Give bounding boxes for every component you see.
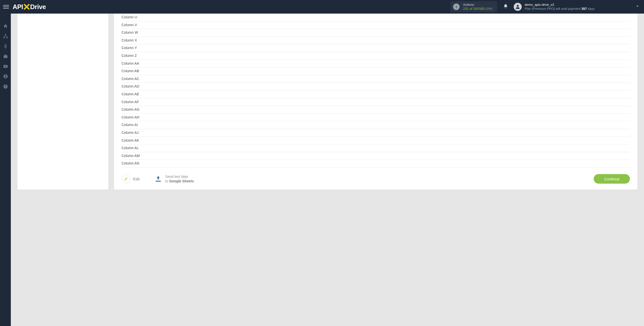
nav-help[interactable] bbox=[0, 82, 11, 92]
help-icon bbox=[3, 84, 8, 89]
logo-x-icon bbox=[23, 4, 30, 10]
user-name: demo_apix-drive_s3 bbox=[525, 3, 595, 7]
column-row[interactable]: Column X bbox=[122, 37, 630, 45]
main-area: Column UColumn VColumn WColumn XColumn Y… bbox=[11, 14, 644, 326]
actions-total: 100'000 bbox=[473, 7, 485, 11]
actions-text: Actions: 231 of 100'000 (0%) bbox=[463, 3, 493, 11]
user-text: demo_apix-drive_s3 Plan |Premium PRO| le… bbox=[525, 3, 595, 11]
avatar-icon bbox=[514, 3, 522, 11]
left-panel bbox=[17, 14, 108, 190]
nav-account[interactable] bbox=[0, 71, 11, 82]
chevron-down-icon bbox=[635, 4, 639, 9]
logo-text-drive: Drive bbox=[30, 3, 46, 11]
panel-footer: Edit Send test data to Google Sheets Con… bbox=[114, 170, 637, 190]
edit-button[interactable]: Edit bbox=[122, 174, 140, 183]
send-line2: to Google Sheets bbox=[165, 179, 194, 183]
pencil-icon bbox=[122, 174, 131, 183]
column-row[interactable]: Column AI bbox=[122, 121, 630, 129]
column-row[interactable]: Column U bbox=[122, 14, 630, 21]
svg-point-9 bbox=[5, 75, 6, 76]
column-row[interactable]: Column AF bbox=[122, 98, 630, 106]
nav-youtube[interactable] bbox=[0, 61, 11, 71]
column-row[interactable]: Column AO bbox=[122, 168, 630, 170]
column-row[interactable]: Column AB bbox=[122, 67, 630, 75]
column-row[interactable]: Column AL bbox=[122, 144, 630, 152]
edit-label: Edit bbox=[133, 177, 140, 181]
column-row[interactable]: Column AE bbox=[122, 91, 630, 98]
actions-pct: (0%) bbox=[486, 7, 492, 11]
actions-counter[interactable]: Actions: 231 of 100'000 (0%) bbox=[451, 1, 497, 13]
column-row[interactable]: Column V bbox=[122, 21, 630, 29]
column-row[interactable]: Column AA bbox=[122, 60, 630, 68]
send-line1: Send test data bbox=[165, 174, 194, 179]
hamburger-menu-button[interactable] bbox=[3, 4, 9, 10]
svg-point-11 bbox=[5, 87, 6, 88]
dollar-icon bbox=[3, 44, 8, 49]
column-row[interactable]: Column Y bbox=[122, 44, 630, 52]
nav-briefcase[interactable] bbox=[0, 51, 11, 61]
continue-button[interactable]: Continue bbox=[594, 174, 630, 184]
youtube-icon bbox=[3, 64, 8, 69]
user-menu[interactable]: demo_apix-drive_s3 Plan |Premium PRO| le… bbox=[514, 3, 641, 11]
column-row[interactable]: Column AK bbox=[122, 137, 630, 145]
send-test-data-button[interactable]: Send test data to Google Sheets bbox=[154, 174, 194, 183]
info-icon bbox=[453, 4, 460, 10]
actions-label: Actions: bbox=[463, 3, 493, 7]
column-row[interactable]: Column Z bbox=[122, 52, 630, 60]
column-row[interactable]: Column AC bbox=[122, 75, 630, 83]
send-test-data-text: Send test data to Google Sheets bbox=[165, 174, 194, 183]
column-row[interactable]: Column AH bbox=[122, 114, 630, 121]
column-row[interactable]: Column AM bbox=[122, 152, 630, 160]
top-header: API Drive Actions: 231 of 100'000 (0%) d… bbox=[0, 0, 644, 14]
svg-rect-1 bbox=[456, 6, 457, 8]
column-row[interactable]: Column AJ bbox=[122, 129, 630, 137]
svg-rect-5 bbox=[6, 37, 8, 38]
svg-rect-4 bbox=[3, 37, 5, 38]
user-plan: Plan |Premium PRO| left until payment 35… bbox=[525, 7, 595, 11]
svg-point-0 bbox=[456, 6, 457, 6]
actions-of: of bbox=[469, 7, 472, 11]
column-row[interactable]: Column AD bbox=[122, 83, 630, 91]
actions-count: 231 bbox=[463, 7, 469, 11]
nav-billing[interactable] bbox=[0, 41, 11, 51]
column-row[interactable]: Column AG bbox=[122, 106, 630, 114]
sitemap-icon bbox=[3, 34, 8, 39]
left-sidebar bbox=[0, 14, 11, 326]
upload-icon bbox=[154, 175, 162, 183]
nav-home[interactable] bbox=[0, 21, 11, 31]
logo[interactable]: API Drive bbox=[13, 3, 46, 11]
column-row[interactable]: Column AN bbox=[122, 160, 630, 168]
column-list[interactable]: Column UColumn VColumn WColumn XColumn Y… bbox=[114, 14, 637, 170]
briefcase-icon bbox=[3, 54, 8, 59]
nav-connections[interactable] bbox=[0, 31, 11, 41]
svg-rect-3 bbox=[5, 34, 6, 35]
right-panel: Column UColumn VColumn WColumn XColumn Y… bbox=[114, 14, 637, 190]
logo-text-api: API bbox=[13, 3, 23, 11]
user-circle-icon bbox=[3, 74, 8, 79]
home-icon bbox=[3, 24, 8, 29]
notifications-button[interactable] bbox=[503, 4, 508, 10]
svg-rect-6 bbox=[4, 55, 7, 58]
column-row[interactable]: Column W bbox=[122, 29, 630, 37]
svg-point-2 bbox=[517, 5, 518, 7]
